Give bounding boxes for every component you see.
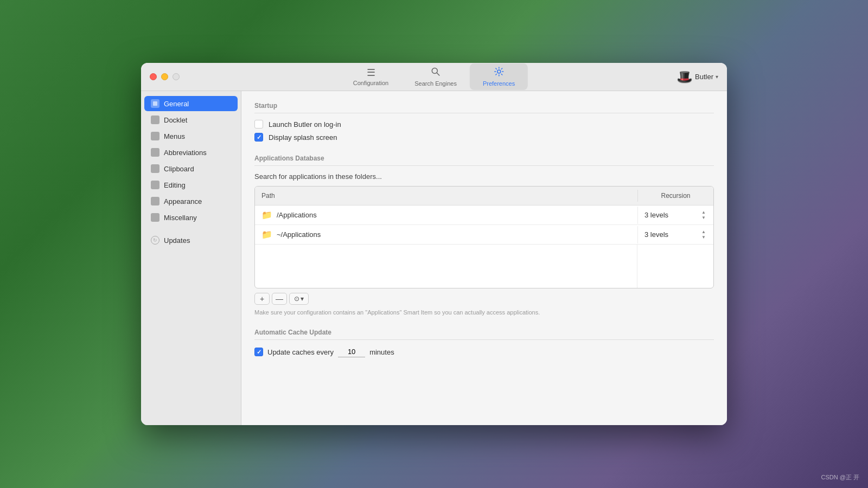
startup-section: Startup Launch Butler on log-in Display … (254, 102, 714, 142)
svg-line-1 (437, 73, 440, 76)
folder-icon-2: 📁 (261, 229, 272, 240)
sidebar-label-general: General (164, 100, 189, 108)
sidebar-item-miscellany[interactable]: Miscellany (144, 210, 238, 225)
sidebar-label-appearance: Appearance (164, 197, 202, 206)
folders-table: Path Recursion 📁 /Applications 3 levels … (254, 186, 714, 288)
table-row[interactable]: 📁 /Applications 3 levels ▲ ▼ (255, 206, 713, 225)
tab-configuration-label: Configuration (353, 80, 388, 86)
main-window: ☰ Configuration Search Engines (141, 63, 727, 425)
titlebar: ☰ Configuration Search Engines (141, 63, 727, 91)
sidebar-item-appearance[interactable]: Appearance (144, 194, 238, 209)
tab-configuration[interactable]: ☰ Configuration (340, 65, 401, 89)
stepper-down-2[interactable]: ▼ (700, 235, 707, 240)
stepper-up-2[interactable]: ▲ (700, 229, 707, 235)
toolbar-tabs: ☰ Configuration Search Engines (340, 63, 528, 90)
sidebar-item-menus[interactable]: Menus (144, 129, 238, 144)
remove-folder-button[interactable]: — (272, 293, 287, 305)
table-toolbar: + — ⊙ ▾ (254, 293, 714, 305)
folder-search-label: Search for applications in these folders… (254, 172, 714, 181)
stepper-down-1[interactable]: ▼ (700, 215, 707, 221)
sidebar-section-updates: ↻ Updates (141, 232, 241, 248)
display-splash-label: Display splash screen (269, 133, 337, 142)
launch-butler-label: Launch Butler on log-in (269, 120, 341, 129)
miscellany-icon (151, 213, 159, 222)
startup-section-header: Startup (254, 102, 714, 113)
butler-menu[interactable]: 🎩 Butler ▾ (676, 69, 718, 85)
butler-icon: 🎩 (676, 69, 693, 85)
recursion-value-1: 3 levels (644, 211, 668, 219)
recursion-stepper-1[interactable]: ▲ ▼ (700, 210, 707, 221)
sidebar-label-clipboard: Clipboard (164, 165, 194, 173)
minimize-button[interactable] (161, 73, 168, 80)
recursion-value-2: 3 levels (644, 230, 668, 239)
sidebar-item-general[interactable]: General (144, 96, 238, 111)
docklet-icon (151, 115, 159, 124)
sidebar-item-editing[interactable]: Editing (144, 177, 238, 192)
recursion-cell-1: 3 levels ▲ ▼ (637, 207, 713, 224)
appearance-icon (151, 197, 159, 206)
path-cell-2: 📁 ~/Applications (255, 225, 637, 244)
sidebar-label-editing: Editing (164, 181, 186, 189)
sidebar: General Docklet Menus Abbreviations Clip… (141, 91, 241, 425)
editing-icon (151, 181, 159, 189)
cache-update-label-before: Update caches every (267, 348, 334, 356)
sidebar-item-docklet[interactable]: Docklet (144, 112, 238, 127)
search-engines-icon (431, 67, 441, 78)
sidebar-label-updates: Updates (164, 236, 190, 245)
action-icon: ⊙ (294, 295, 299, 303)
recursion-cell-2: 3 levels ▲ ▼ (637, 226, 713, 243)
recursion-stepper-2[interactable]: ▲ ▼ (700, 229, 707, 240)
empty-path-area (255, 245, 637, 288)
launch-butler-row: Launch Butler on log-in (254, 120, 714, 129)
menus-icon (151, 132, 159, 140)
path-column-header: Path (255, 190, 637, 202)
content-area: Startup Launch Butler on log-in Display … (241, 91, 727, 425)
preferences-icon (494, 67, 504, 78)
path-value-1: /Applications (277, 211, 317, 219)
launch-butler-checkbox[interactable] (254, 120, 263, 129)
maximize-button[interactable] (173, 73, 180, 80)
hint-text: Make sure your configuration contains an… (254, 309, 714, 316)
clipboard-icon (151, 164, 159, 173)
cache-update-checkbox[interactable] (254, 348, 263, 356)
updates-icon: ↻ (151, 236, 159, 245)
sidebar-label-docklet: Docklet (164, 116, 187, 124)
cache-update-label-after: minutes (369, 348, 394, 356)
tab-search-engines-label: Search Engines (414, 80, 457, 87)
cache-section-header: Automatic Cache Update (254, 329, 714, 340)
configuration-icon: ☰ (367, 68, 375, 78)
main-content: General Docklet Menus Abbreviations Clip… (141, 91, 727, 425)
close-button[interactable] (150, 73, 157, 80)
path-cell-1: 📁 /Applications (255, 206, 637, 224)
sidebar-label-miscellany: Miscellany (164, 214, 197, 222)
svg-rect-3 (153, 101, 157, 106)
applications-db-section: Applications Database Search for applica… (254, 155, 714, 316)
sidebar-item-abbreviations[interactable]: Abbreviations (144, 145, 238, 160)
empty-rows (255, 245, 713, 288)
table-header: Path Recursion (255, 187, 713, 206)
sidebar-label-menus: Menus (164, 132, 185, 140)
sidebar-item-clipboard[interactable]: Clipboard (144, 161, 238, 176)
cache-update-row: Update caches every minutes (254, 346, 714, 357)
cache-section: Automatic Cache Update Update caches eve… (254, 329, 714, 357)
traffic-lights (150, 73, 180, 80)
action-dropdown-icon: ▾ (301, 295, 304, 303)
tab-preferences[interactable]: Preferences (470, 63, 528, 90)
display-splash-checkbox[interactable] (254, 133, 263, 142)
butler-dropdown-icon: ▾ (716, 74, 718, 80)
table-row[interactable]: 📁 ~/Applications 3 levels ▲ ▼ (255, 225, 713, 245)
minutes-input[interactable] (338, 346, 365, 357)
general-icon (151, 99, 159, 108)
action-button[interactable]: ⊙ ▾ (289, 293, 309, 305)
abbreviations-icon (151, 148, 159, 157)
svg-point-2 (497, 70, 501, 73)
path-value-2: ~/Applications (277, 230, 321, 239)
folder-icon-1: 📁 (261, 210, 272, 220)
add-folder-button[interactable]: + (254, 293, 270, 305)
sidebar-item-updates[interactable]: ↻ Updates (144, 233, 238, 248)
watermark: CSDN @正 开 (821, 473, 859, 481)
tab-preferences-label: Preferences (483, 80, 515, 87)
stepper-up-1[interactable]: ▲ (700, 210, 707, 215)
tab-search-engines[interactable]: Search Engines (401, 63, 470, 90)
app-db-section-header: Applications Database (254, 155, 714, 166)
